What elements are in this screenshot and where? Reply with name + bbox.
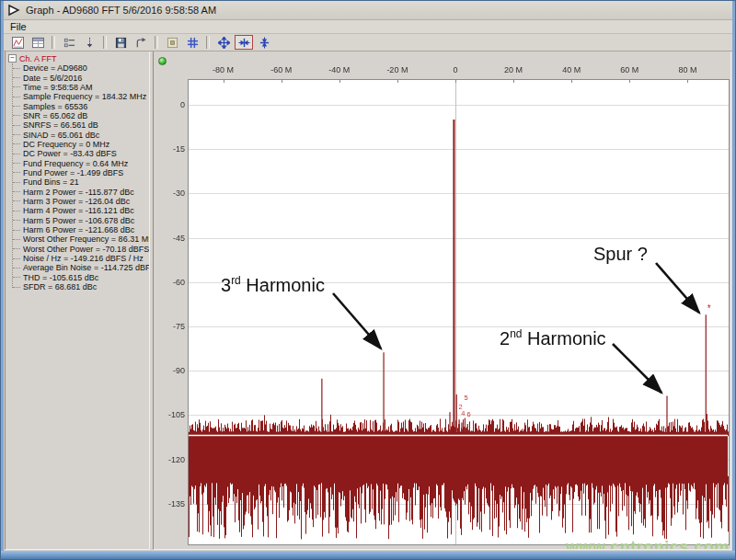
tree-item[interactable]: Harm 5 Power = -106.678 dBc	[6, 216, 149, 225]
tree-item-label: Date = 5/6/2016	[23, 74, 82, 83]
toolbar	[4, 34, 732, 51]
tree-branch-line	[13, 268, 20, 269]
menu-file[interactable]: File	[4, 21, 33, 32]
tree-item[interactable]: SINAD = 65.061 dBc	[6, 130, 149, 139]
tree-item[interactable]: Noise / Hz = -149.216 dBFS / Hz	[6, 254, 149, 263]
tree-item[interactable]: Harm 3 Power = -126.04 dBc	[6, 197, 149, 206]
toolbar-separator	[103, 36, 107, 49]
tree-item-label: Fund Power = -1.499 dBFS	[23, 168, 123, 177]
tree-item-label: Worst Other Power = -70.18 dBFS	[23, 245, 149, 254]
grid-toggle-icon[interactable]	[163, 35, 181, 50]
tree-item[interactable]: Fund Bins = 21	[6, 177, 149, 187]
properties-list-icon[interactable]	[60, 35, 78, 50]
tree-branch-line	[13, 248, 20, 249]
tree-item[interactable]: Time = 9:58:58 AM	[6, 83, 149, 92]
autoscale-icon[interactable]	[214, 35, 233, 50]
tree-item[interactable]: Harm 4 Power = -116.121 dBc	[6, 206, 149, 215]
tree-branch-line	[13, 200, 20, 201]
tree-branch-line	[13, 86, 20, 87]
tree-item-label: DC Power = -83.43 dBFS	[23, 149, 117, 158]
tree-branch-line	[13, 277, 20, 278]
toolbar-buttons	[7, 35, 274, 50]
annotation-label: 2nd Harmonic	[500, 327, 606, 349]
tree-item[interactable]: Worst Other Frequency = 86.31 MHz	[6, 234, 149, 244]
tree-item-label: Device = AD9680	[23, 63, 87, 73]
save-icon[interactable]	[111, 35, 130, 50]
cursor-marker-icon[interactable]	[80, 35, 98, 50]
annotation-label: Spur ?	[593, 244, 648, 265]
watermark-text: www.cntronics.com	[566, 538, 731, 550]
x-axis-tick-label: 20 M	[493, 65, 534, 74]
y-axis-tick-label: 0	[157, 100, 185, 109]
tree-item[interactable]: Fund Power = -1.499 dBFS	[6, 168, 149, 177]
tree-guide-line	[12, 63, 13, 288]
y-axis-tick-label: -75	[157, 322, 185, 331]
tree-root-channel-a-fft[interactable]: − Ch. A FFT	[6, 53, 149, 63]
tree-item-label: Harm 5 Power = -106.678 dBc	[23, 216, 134, 225]
tree-item-label: Harm 4 Power = -116.121 dBc	[23, 206, 134, 215]
measurements-tree-panel: − Ch. A FFT Device = AD9680Date = 5/6/20…	[5, 51, 150, 550]
tree-branch-line	[13, 143, 20, 144]
fft-spectrum-plot[interactable]	[154, 51, 731, 550]
tree-item[interactable]: SNR = 65.062 dB	[6, 111, 149, 120]
tree-item[interactable]: Device = AD9680	[6, 63, 149, 73]
tree-item[interactable]: Samples = 65536	[6, 101, 149, 110]
menu-bar: File	[4, 20, 732, 34]
tree-item[interactable]: DC Frequency = 0 MHz	[6, 140, 149, 149]
tree-item-label: Worst Other Frequency = 86.31 MHz	[23, 234, 150, 244]
title-bar[interactable]: Graph - AD9680 FFT 5/6/2016 9:58:58 AM	[2, 1, 734, 20]
y-axis-tick-label: -30	[157, 189, 185, 198]
x-axis-tick-label: -60 M	[261, 65, 302, 74]
y-axis-tick-label: -15	[157, 144, 185, 154]
tree-branch-line	[13, 287, 20, 288]
tree-branch-line	[13, 258, 20, 259]
tree-branch-line	[13, 182, 20, 183]
tree-item-label: Average Bin Noise = -114.725 dBFS	[23, 263, 150, 272]
tree-item[interactable]: Fund Frequency = 0.64 MHz	[6, 158, 149, 167]
tree-item[interactable]: DC Power = -83.43 dBFS	[6, 149, 149, 158]
tree-item[interactable]: Harm 6 Power = -121.668 dBc	[6, 225, 149, 234]
tree-items: Device = AD9680Date = 5/6/2016Time = 9:5…	[6, 63, 149, 291]
tree-item[interactable]: SFDR = 68.681 dBc	[6, 282, 149, 291]
tree-branch-line	[13, 172, 20, 173]
tree-branch-line	[13, 125, 20, 126]
y-axis-tick-label: -45	[157, 234, 185, 243]
window-frame-left	[1, 1, 4, 559]
tree-item[interactable]: Date = 5/6/2016	[6, 73, 149, 82]
y-axis-tick-label: -135	[157, 499, 185, 509]
tree-item-label: Fund Bins = 21	[23, 177, 79, 187]
status-running-indicator	[158, 57, 167, 65]
fit-horizontal-icon[interactable]	[235, 35, 253, 50]
x-axis-tick-label: 80 M	[667, 65, 707, 74]
tree-item-label: SNRFS = 66.561 dB	[23, 120, 98, 130]
grid-icon[interactable]	[183, 35, 201, 50]
x-axis-tick-label: -40 M	[319, 65, 360, 74]
tree-item[interactable]: SNRFS = 66.561 dB	[6, 120, 149, 130]
tree-branch-line	[13, 163, 20, 164]
tree-branch-line	[13, 239, 20, 240]
table-icon[interactable]	[29, 35, 47, 50]
tree-item[interactable]: Harm 2 Power = -115.877 dBc	[6, 187, 149, 196]
content-area: − Ch. A FFT Device = AD9680Date = 5/6/20…	[4, 51, 732, 551]
tree-item-label: SINAD = 65.061 dBc	[23, 131, 99, 140]
tree-collapse-icon[interactable]: −	[8, 54, 17, 63]
tree-item-label: THD = -105.615 dBc	[23, 273, 98, 282]
tree-item[interactable]: Worst Other Power = -70.18 dBFS	[6, 245, 149, 254]
tree-item-label: SNR = 65.062 dB	[23, 111, 87, 120]
export-icon[interactable]	[132, 35, 150, 50]
toolbar-separator	[155, 36, 158, 49]
tree-item[interactable]: Average Bin Noise = -114.725 dBFS	[6, 263, 149, 272]
tree-item-label: Samples = 65536	[23, 102, 87, 111]
annotation-label: 3rd Harmonic	[221, 274, 325, 296]
tree-branch-line	[13, 77, 20, 78]
toolbar-separator	[206, 36, 210, 49]
tree-branch-line	[13, 220, 20, 221]
tree-branch-line	[13, 97, 20, 97]
tree-item[interactable]: Sample Frequency = 184.32 MHz	[6, 92, 149, 101]
y-axis-tick-label: -120	[157, 455, 185, 464]
tree-item-label: Fund Frequency = 0.64 MHz	[23, 159, 128, 168]
tree-item[interactable]: THD = -105.615 dBc	[6, 273, 149, 282]
graph-icon[interactable]	[8, 35, 27, 50]
fit-vertical-icon[interactable]	[255, 35, 273, 50]
tree-item-label: SFDR = 68.681 dBc	[23, 282, 97, 291]
